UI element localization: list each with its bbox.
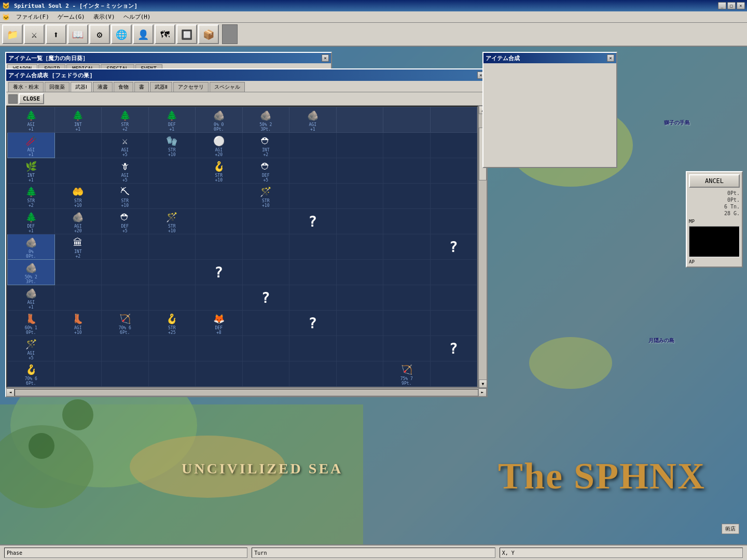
menu-view[interactable]: 表示(V): [89, 12, 119, 22]
grid-cell[interactable]: ?: [242, 285, 289, 311]
grid-cell[interactable]: [383, 285, 431, 311]
grid-cell[interactable]: ?: [430, 234, 477, 260]
grid-cell[interactable]: [148, 158, 196, 184]
grid-cell[interactable]: [336, 260, 383, 285]
grid-cell[interactable]: [383, 158, 431, 184]
grid-cell[interactable]: [148, 336, 196, 361]
grid-cell[interactable]: [148, 234, 196, 260]
grid-cell[interactable]: 🪄 STR +10: [148, 209, 196, 234]
grid-cell[interactable]: [289, 158, 337, 184]
grid-cell[interactable]: [430, 209, 477, 234]
grid-cell[interactable]: [289, 260, 337, 285]
grid-cell[interactable]: 🤲 STR +10: [54, 184, 102, 209]
grid-cell[interactable]: [289, 361, 337, 387]
grid-cell[interactable]: ?: [289, 311, 337, 336]
h-scroll-track[interactable]: [15, 389, 478, 396]
grid-cell[interactable]: 🦊 DEF +8: [196, 311, 243, 336]
grid-cell[interactable]: 🪨 50% 2 3Pt.: [8, 260, 55, 285]
grid-cell[interactable]: 🏛 INT +2: [54, 234, 102, 260]
grid-cell[interactable]: [383, 133, 431, 158]
grid-cell[interactable]: [54, 285, 102, 311]
toolbar-btn-6[interactable]: 🌐: [111, 24, 132, 44]
grid-cell[interactable]: [289, 336, 337, 361]
close-button[interactable]: CLOSE: [19, 93, 44, 104]
scroll-down-button[interactable]: ▼: [479, 380, 487, 388]
grid-cell[interactable]: 🪨 0% 0Pt.: [8, 234, 55, 260]
grid-cell[interactable]: 🥢 AGI +1: [8, 133, 55, 158]
grid-cell[interactable]: 🗡 AGI +5: [102, 158, 149, 184]
grid-cell[interactable]: ⛑ INT +2: [242, 133, 289, 158]
grid-cell[interactable]: [289, 285, 337, 311]
grid-cell[interactable]: [54, 158, 102, 184]
grid-cell[interactable]: [336, 311, 383, 336]
grid-cell[interactable]: [148, 260, 196, 285]
grid-cell[interactable]: [336, 336, 383, 361]
grid-cell[interactable]: 🪝 STR +10: [196, 158, 243, 184]
grid-cell[interactable]: [242, 311, 289, 336]
grid-cell[interactable]: 🪨 AGI +20: [54, 209, 102, 234]
grid-cell[interactable]: 🪄 STR +10: [242, 184, 289, 209]
grid-cell[interactable]: [148, 184, 196, 209]
grid-cell[interactable]: ?: [430, 336, 477, 361]
grid-cell[interactable]: [102, 260, 149, 285]
menu-game[interactable]: ゲーム(G): [53, 12, 89, 22]
scroll-right-button[interactable]: ►: [478, 388, 487, 397]
grid-cell[interactable]: [289, 184, 337, 209]
subtab-yousu[interactable]: 養水・粉末: [8, 82, 44, 92]
grid-cell[interactable]: [430, 361, 477, 387]
toolbar-btn-2[interactable]: ⚔: [24, 24, 45, 44]
grid-cell[interactable]: ⛑ DEF +5: [102, 209, 149, 234]
grid-container[interactable]: 🌲 AGI +1 🌲 INT +1: [6, 106, 478, 388]
grid-cell[interactable]: [383, 311, 431, 336]
grid-cell[interactable]: 🪨 AGI +1: [8, 285, 55, 311]
grid-cell[interactable]: [102, 361, 149, 387]
grid-cell[interactable]: [196, 234, 243, 260]
grid-cell[interactable]: [336, 234, 383, 260]
grid-cell[interactable]: [102, 336, 149, 361]
grid-cell[interactable]: 🏹 75% 7 9Pt.: [383, 361, 431, 387]
grid-cell[interactable]: [430, 311, 477, 336]
grid-cell[interactable]: 👢 60% 1 0Pt.: [8, 311, 55, 336]
grid-cell[interactable]: ?: [196, 260, 243, 285]
toolbar-btn-4[interactable]: 📖: [67, 24, 88, 44]
grid-cell[interactable]: [336, 285, 383, 311]
subtab-sho[interactable]: 書: [134, 82, 149, 92]
subtab-buki2[interactable]: 武器Ⅱ: [150, 82, 172, 92]
grid-cell[interactable]: 🌲 DEF +1: [8, 209, 55, 234]
grid-cell[interactable]: [242, 260, 289, 285]
grid-cell[interactable]: 🪝 STR +25: [148, 311, 196, 336]
grid-cell[interactable]: [242, 336, 289, 361]
grid-cell[interactable]: [242, 234, 289, 260]
grid-cell[interactable]: [336, 158, 383, 184]
grid-cell[interactable]: ⛏ STR +10: [102, 184, 149, 209]
subtab-ekisho[interactable]: 液書: [93, 82, 113, 92]
grid-cell[interactable]: 🌲 STR +2: [8, 184, 55, 209]
toolbar-btn-8[interactable]: 🗺: [155, 24, 175, 44]
grid-cell[interactable]: [196, 285, 243, 311]
subtab-kaifuku[interactable]: 回復薬: [45, 82, 70, 92]
subtab-shoku[interactable]: 食物: [114, 82, 133, 92]
grid-cell[interactable]: [383, 336, 431, 361]
cancel-button[interactable]: ANCEL: [689, 174, 740, 188]
grid-cell[interactable]: [430, 133, 477, 158]
grid-cell[interactable]: [383, 260, 431, 285]
toolbar-btn-7[interactable]: 👤: [133, 24, 154, 44]
maximize-button[interactable]: □: [727, 2, 736, 9]
grid-cell[interactable]: [383, 209, 431, 234]
grid-cell[interactable]: [148, 285, 196, 311]
grid-cell[interactable]: [430, 260, 477, 285]
grid-cell[interactable]: [336, 184, 383, 209]
grid-cell[interactable]: 👢 AGI +10: [54, 311, 102, 336]
grid-cell[interactable]: [54, 361, 102, 387]
grid-cell[interactable]: 🪄 AGI +5: [8, 336, 55, 361]
grid-cell[interactable]: [430, 285, 477, 311]
grid-cell[interactable]: 🧤 STR +10: [148, 133, 196, 158]
toolbar-btn-1[interactable]: 📁: [2, 24, 23, 44]
grid-cell[interactable]: 🌿 INT +1: [8, 158, 55, 184]
grid-cell[interactable]: [336, 133, 383, 158]
grid-cell[interactable]: [196, 209, 243, 234]
grid-cell[interactable]: [383, 184, 431, 209]
grid-cell[interactable]: [54, 260, 102, 285]
subtab-special[interactable]: スペシャル: [210, 82, 245, 92]
toolbar-btn-3[interactable]: ⬆: [46, 24, 66, 44]
